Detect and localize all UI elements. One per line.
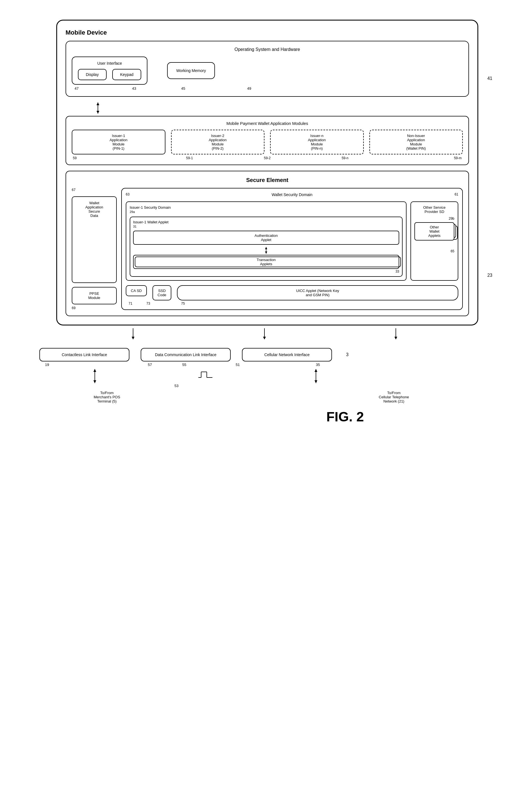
ref-35-label: 35 bbox=[316, 363, 320, 367]
ref-31: 31 bbox=[133, 225, 136, 228]
data-comm-link-interface: Data Communication Link Interface bbox=[141, 348, 231, 361]
ref-73: 73 bbox=[146, 302, 150, 306]
ref-29b: 29b bbox=[414, 217, 454, 221]
ref-71: 71 bbox=[128, 302, 132, 306]
svg-marker-4 bbox=[265, 247, 267, 249]
contactless-link-interface: Contactless Link Interface bbox=[39, 348, 130, 361]
ref-43: 43 bbox=[132, 86, 136, 90]
i1-wallet-applet-label: Issuer-1 Wallet Applet 31 bbox=[133, 220, 399, 228]
svg-marker-7 bbox=[132, 337, 135, 340]
wsd-label: Wallet Security Domain bbox=[130, 192, 454, 197]
page-container: Mobile Device Operating System and Hardw… bbox=[17, 11, 515, 425]
down-arrow-cellular bbox=[393, 328, 399, 340]
ref-51-label: 51 bbox=[236, 363, 240, 367]
transaction-applets: TransactionApplets bbox=[133, 255, 399, 269]
other-sp-sd-label: Other ServiceProvider SD bbox=[414, 205, 454, 214]
ref-59-1: 59-1 bbox=[151, 156, 228, 160]
ref-75: 75 bbox=[181, 302, 185, 306]
issuer1-sd-label: Issuer-1 Security Domain 29a bbox=[130, 205, 402, 214]
ref-63: 63 bbox=[126, 192, 130, 196]
ref-33: 33 bbox=[133, 270, 399, 273]
down-arrow-contactless bbox=[130, 328, 136, 340]
svg-marker-1 bbox=[97, 102, 99, 105]
ref-59: 59 bbox=[73, 156, 151, 160]
signal-placeholder bbox=[183, 391, 318, 403]
ref-69: 69 bbox=[72, 306, 117, 310]
svg-marker-21 bbox=[314, 369, 318, 372]
ref-53-label: 53 bbox=[174, 384, 178, 388]
issuer1-wallet-applet: Issuer-1 Wallet Applet 31 Authentication… bbox=[130, 217, 402, 277]
ref-41-outside: 41 bbox=[487, 76, 492, 81]
ref-55-label: 55 bbox=[182, 363, 186, 367]
svg-marker-2 bbox=[97, 111, 99, 114]
working-memory-box: Working Memory bbox=[167, 62, 215, 79]
contactless-bidir-arrow bbox=[90, 369, 99, 383]
ref-65: 65 bbox=[414, 249, 454, 253]
other-sp-sd: Other ServiceProvider SD 29b OtherWallet… bbox=[410, 202, 458, 281]
wallet-modules-label: Mobile Payment Wallet Application Module… bbox=[72, 121, 463, 126]
ref-45: 45 bbox=[181, 86, 185, 90]
ref-61: 61 bbox=[454, 192, 458, 196]
nonissuer-module: Non-IssuerApplicationModule(Wallet PIN) bbox=[370, 130, 463, 154]
svg-marker-13 bbox=[93, 369, 96, 372]
up-down-arrow bbox=[94, 102, 102, 114]
ref-47: 47 bbox=[74, 86, 79, 90]
keypad-box: Keypad bbox=[112, 69, 141, 80]
uicc-applet: UICC Applet (Network Keyand GSM PIN) bbox=[177, 285, 458, 300]
issuer2-module: Issuer-2ApplicationModule(PIN-2) bbox=[171, 130, 265, 154]
issuer1-sd: Issuer-1 Security Domain 29a Issuer-1 Wa… bbox=[126, 202, 407, 281]
cellular-network-label: To/FromCellular TelephoneNetwork (21) bbox=[326, 391, 461, 403]
issuer1-module: Issuer-1ApplicationModule(PIN-1) bbox=[72, 130, 166, 154]
wallet-modules-box: Mobile Payment Wallet Application Module… bbox=[66, 116, 469, 165]
data-comm-signal-arrows bbox=[197, 369, 214, 383]
ref-3: 3 bbox=[346, 352, 348, 357]
svg-marker-9 bbox=[263, 337, 266, 340]
cellular-network-interface: Cellular Network Interface bbox=[242, 348, 332, 361]
auth-applet: AuthenticationApplet bbox=[133, 231, 399, 245]
ppse-module: PPSEModule bbox=[72, 287, 117, 304]
issuern-module: Issuer-nApplicationModule(PIN-n) bbox=[270, 130, 364, 154]
ref-67: 67 bbox=[72, 188, 117, 192]
wallet-security-domain: 63 Wallet Security Domain 61 Issuer-1 Se… bbox=[121, 188, 463, 310]
secure-element-box: Secure Element 67 WalletApplicationSecur… bbox=[66, 171, 469, 316]
ref-29a: 29a bbox=[130, 210, 135, 213]
secure-element-label: Secure Element bbox=[72, 177, 463, 184]
mobile-device-label: Mobile Device bbox=[66, 29, 469, 36]
ref-49: 49 bbox=[247, 86, 251, 90]
ref-23-outside: 23 bbox=[487, 273, 492, 278]
svg-marker-14 bbox=[93, 380, 96, 383]
se-bottom-row: CA SD SSDCode UICC Applet (Network Keyan… bbox=[126, 285, 458, 300]
user-interface-box: User Interface Display Keypad bbox=[72, 56, 148, 85]
cellular-bidir-arrow bbox=[312, 369, 320, 383]
ssd-code: SSDCode bbox=[153, 285, 171, 300]
ref-59-m: 59-m bbox=[384, 156, 462, 160]
other-wallet-applets: OtherWalletApplets bbox=[414, 222, 454, 241]
down-arrow-data bbox=[262, 328, 267, 340]
display-box: Display bbox=[78, 69, 107, 80]
ref-59-2: 59-2 bbox=[228, 156, 306, 160]
ref-57-label: 57 bbox=[148, 363, 152, 367]
svg-marker-22 bbox=[314, 380, 318, 383]
bottom-text-row: To/FromMerchant's POSTerminal (5) To/Fro… bbox=[39, 391, 461, 403]
svg-marker-5 bbox=[265, 252, 267, 254]
user-interface-label: User Interface bbox=[78, 61, 141, 66]
ca-sd: CA SD bbox=[126, 285, 147, 296]
se-left-col: 67 WalletApplicationSecureData PPSEModul… bbox=[72, 188, 117, 310]
mobile-device-box: Mobile Device Operating System and Hardw… bbox=[56, 20, 478, 325]
os-hardware-box: Operating System and Hardware User Inter… bbox=[66, 41, 469, 97]
svg-marker-11 bbox=[394, 337, 397, 340]
interface-row: Contactless Link Interface Data Communic… bbox=[39, 348, 461, 361]
os-hardware-label: Operating System and Hardware bbox=[72, 47, 463, 52]
wallet-app-secure-data: WalletApplicationSecureData bbox=[72, 196, 117, 283]
fig-label: FIG. 2 bbox=[326, 409, 364, 425]
ref-59-n: 59-n bbox=[306, 156, 384, 160]
ref-19-label: 19 bbox=[45, 363, 49, 367]
auth-transaction-arrow bbox=[263, 247, 269, 254]
merchant-pos-label: To/FromMerchant's POSTerminal (5) bbox=[39, 391, 174, 403]
